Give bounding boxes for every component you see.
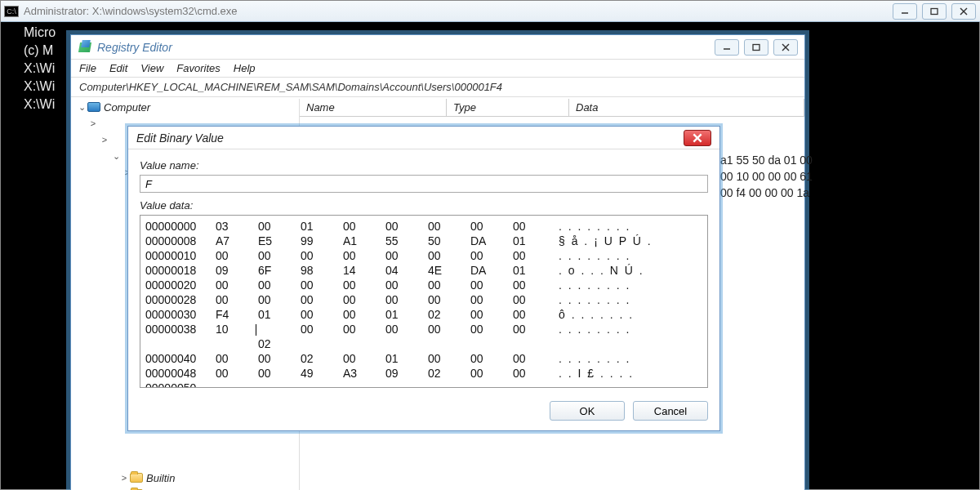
hex-byte[interactable]: 00 bbox=[258, 366, 301, 381]
hex-byte[interactable]: 00 bbox=[258, 278, 301, 292]
hex-bytes[interactable]: 1002000000000000 bbox=[216, 322, 559, 351]
hex-bytes[interactable]: 0000000000000000 bbox=[216, 292, 559, 307]
hex-bytes[interactable]: 0000020001000000 bbox=[216, 351, 559, 366]
hex-byte[interactable] bbox=[216, 381, 258, 388]
hex-byte[interactable]: 09 bbox=[216, 263, 258, 278]
hex-byte[interactable]: 00 bbox=[385, 292, 428, 307]
regedit-maximize-button[interactable] bbox=[744, 39, 768, 56]
cmd-minimize-button[interactable] bbox=[893, 3, 917, 20]
hex-row[interactable]: 00000018096F9814044EDA01. o . . . N Ú . bbox=[145, 263, 702, 278]
hex-row[interactable]: 000000400000020001000000. . . . . . . . bbox=[145, 351, 702, 366]
hex-byte[interactable]: 00 bbox=[470, 219, 513, 234]
hex-byte[interactable]: 00 bbox=[470, 351, 513, 366]
menu-help[interactable]: Help bbox=[234, 62, 256, 74]
hex-byte[interactable] bbox=[428, 381, 470, 388]
hex-byte[interactable]: 00 bbox=[513, 219, 555, 234]
hex-byte[interactable]: 00 bbox=[513, 278, 555, 292]
hex-byte[interactable]: 00 bbox=[428, 322, 470, 351]
list-col-type[interactable]: Type bbox=[447, 99, 569, 116]
hex-byte[interactable]: DA bbox=[470, 263, 513, 278]
hex-byte[interactable]: A3 bbox=[343, 366, 385, 381]
hex-row[interactable]: 00000008A7E599A15550DA01§ å . ¡ U P Ú . bbox=[145, 234, 702, 248]
hex-byte[interactable]: 00 bbox=[513, 292, 555, 307]
hex-row[interactable]: 00000030F401000001020000ô . . . . . . . bbox=[145, 307, 702, 322]
hex-byte[interactable]: 99 bbox=[301, 234, 343, 248]
tree-expander-icon[interactable]: > bbox=[118, 473, 130, 483]
hex-byte[interactable]: 49 bbox=[301, 366, 343, 381]
cmd-maximize-button[interactable] bbox=[922, 3, 947, 20]
hex-byte[interactable] bbox=[343, 381, 385, 388]
hex-byte[interactable]: 04 bbox=[385, 263, 428, 278]
hex-byte[interactable] bbox=[385, 381, 428, 388]
hex-byte[interactable]: E5 bbox=[258, 234, 301, 248]
hex-byte[interactable]: 00 bbox=[216, 278, 258, 292]
hex-byte[interactable]: F4 bbox=[216, 307, 258, 322]
hex-bytes[interactable] bbox=[216, 381, 559, 388]
hex-byte[interactable]: 00 bbox=[258, 219, 301, 234]
hex-byte[interactable] bbox=[513, 381, 555, 388]
hex-byte[interactable]: 00 bbox=[343, 219, 385, 234]
hex-byte[interactable]: 00 bbox=[385, 219, 428, 234]
hex-bytes[interactable]: 0000000000000000 bbox=[216, 278, 559, 292]
hex-byte[interactable]: 4E bbox=[428, 263, 470, 278]
hex-row[interactable]: 000000280000000000000000. . . . . . . . bbox=[145, 292, 702, 307]
dialog-titlebar[interactable]: Edit Binary Value bbox=[128, 127, 719, 149]
hex-byte[interactable]: 50 bbox=[428, 234, 470, 248]
hex-byte[interactable]: 10 bbox=[216, 322, 258, 351]
hex-bytes[interactable]: 096F9814044EDA01 bbox=[216, 263, 559, 278]
hex-byte[interactable]: 00 bbox=[343, 322, 385, 351]
hex-byte[interactable] bbox=[301, 381, 343, 388]
hex-byte[interactable]: 00 bbox=[470, 322, 513, 351]
hex-byte[interactable]: 00 bbox=[513, 351, 555, 366]
hex-byte[interactable]: 00 bbox=[258, 351, 301, 366]
hex-byte[interactable]: 00 bbox=[513, 366, 555, 381]
tree-row[interactable]: ⌄Computer bbox=[71, 99, 299, 115]
hex-byte[interactable]: 00 bbox=[513, 322, 555, 351]
tree-expander-icon[interactable]: > bbox=[99, 135, 110, 145]
hex-byte[interactable]: 00 bbox=[216, 351, 258, 366]
hex-byte[interactable]: A7 bbox=[216, 234, 258, 248]
hex-byte[interactable]: 00 bbox=[385, 322, 428, 351]
hex-byte[interactable]: 00 bbox=[470, 278, 513, 292]
hex-byte[interactable]: 00 bbox=[428, 219, 470, 234]
cmd-close-button[interactable] bbox=[951, 3, 976, 20]
hex-bytes[interactable]: 0300010000000000 bbox=[216, 219, 559, 234]
hex-byte[interactable]: 00 bbox=[343, 351, 385, 366]
hex-byte[interactable]: 98 bbox=[301, 263, 343, 278]
menu-file[interactable]: File bbox=[79, 62, 96, 74]
cmd-titlebar[interactable]: C:\ Administrator: X:\windows\system32\c… bbox=[1, 1, 980, 22]
regedit-close-button[interactable] bbox=[773, 39, 798, 56]
menu-view[interactable]: View bbox=[140, 62, 163, 74]
hex-bytes[interactable]: A7E599A15550DA01 bbox=[216, 234, 559, 248]
hex-byte[interactable]: 02 bbox=[428, 307, 470, 322]
hex-byte[interactable]: 00 bbox=[258, 292, 301, 307]
hex-byte[interactable]: A1 bbox=[343, 234, 385, 248]
hex-byte[interactable] bbox=[258, 381, 301, 388]
hex-bytes[interactable]: 000049A309020000 bbox=[216, 366, 559, 381]
hex-byte[interactable]: 14 bbox=[343, 263, 385, 278]
hex-byte[interactable]: 02 bbox=[258, 322, 301, 351]
hex-byte[interactable]: 03 bbox=[216, 219, 258, 234]
dialog-close-button[interactable] bbox=[684, 130, 711, 146]
hex-byte[interactable]: 00 bbox=[385, 278, 428, 292]
hex-byte[interactable]: 01 bbox=[513, 263, 555, 278]
hex-byte[interactable]: 00 bbox=[301, 322, 343, 351]
list-col-data[interactable]: Data bbox=[569, 99, 804, 116]
hex-byte[interactable]: 01 bbox=[385, 351, 428, 366]
hex-byte[interactable]: 01 bbox=[385, 307, 428, 322]
list-col-name[interactable]: Name bbox=[300, 99, 447, 116]
hex-row[interactable]: 000000000300010000000000. . . . . . . . bbox=[145, 219, 702, 234]
hex-row[interactable]: 00000048000049A309020000. . I £ . . . . bbox=[145, 366, 702, 381]
hex-byte[interactable] bbox=[470, 381, 513, 388]
hex-row[interactable]: 00000050 bbox=[145, 381, 702, 388]
hex-byte[interactable]: 02 bbox=[301, 351, 343, 366]
hex-byte[interactable]: 00 bbox=[513, 248, 555, 263]
hex-byte[interactable]: 6F bbox=[258, 263, 301, 278]
hex-byte[interactable]: 00 bbox=[343, 278, 385, 292]
tree-expander-icon[interactable]: ⌄ bbox=[76, 102, 87, 113]
hex-byte[interactable]: 00 bbox=[470, 248, 513, 263]
hex-bytes[interactable]: 0000000000000000 bbox=[216, 248, 559, 263]
hex-editor[interactable]: 000000000300010000000000. . . . . . . .0… bbox=[140, 215, 708, 388]
hex-byte[interactable]: 00 bbox=[513, 307, 555, 322]
hex-byte[interactable]: 00 bbox=[301, 307, 343, 322]
